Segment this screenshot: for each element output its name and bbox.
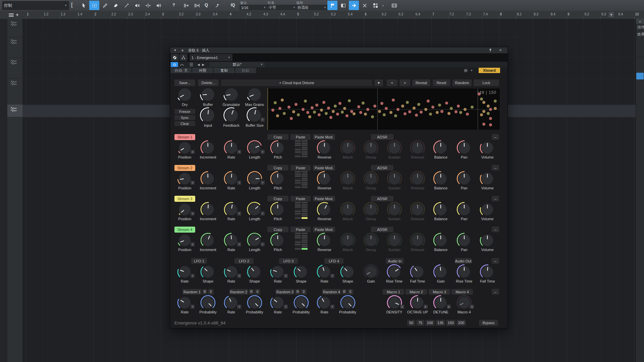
audio-out-button[interactable]: Audio Out <box>455 258 472 264</box>
knob-volume[interactable]: Volume <box>476 201 499 221</box>
preset-select[interactable]: 默认* ▼ <box>210 62 265 67</box>
track-header-5[interactable] <box>7 105 22 117</box>
macro-3-button[interactable]: Macro 3 <box>429 289 450 295</box>
scale-50-button[interactable]: 50 <box>407 320 415 326</box>
knob-badge-t[interactable]: T <box>261 150 265 154</box>
reveal-button[interactable]: Reveal <box>412 79 430 86</box>
bend-tool-button[interactable] <box>213 1 223 10</box>
panel-tab-arrange[interactable]: 排序 <box>636 24 644 31</box>
audio-in-button[interactable]: Audio In <box>386 258 404 264</box>
knob-granulator[interactable]: Granulator <box>220 85 243 107</box>
panel-selection-marker[interactable] <box>636 73 644 79</box>
knob-badge-e[interactable]: E <box>424 305 428 309</box>
knob-badge-0[interactable]: 0 <box>191 242 195 246</box>
knob-attack[interactable]: Attack <box>336 201 359 221</box>
gear-icon[interactable] <box>463 68 469 73</box>
knob-sustain[interactable]: Sustain <box>383 139 406 159</box>
next-preset-button[interactable]: > <box>399 79 410 86</box>
knob-shape[interactable]: Shape <box>336 263 359 283</box>
knob-input[interactable]: Input <box>196 106 219 127</box>
knob-length[interactable]: TLength <box>243 170 266 190</box>
knob-reverse[interactable]: Reverse <box>313 201 336 221</box>
knob-rate[interactable]: TRate <box>220 201 243 221</box>
split-tool-button[interactable] <box>143 1 153 10</box>
random-4-button[interactable]: Random 4 <box>322 289 341 295</box>
knob-volume[interactable]: Volume <box>476 139 499 159</box>
automation-curve-icon[interactable] <box>178 62 185 67</box>
ruler-add-button[interactable]: + <box>609 12 614 17</box>
control-dropdown[interactable]: 控制 ▼ <box>2 1 69 10</box>
bypass-button[interactable]: Bypass <box>479 320 498 326</box>
knob-rate[interactable]: TRate <box>220 263 243 283</box>
timeline-ruler[interactable]: + 11.21.31.422.22.32.433.23.33.444.24.34… <box>0 11 644 19</box>
knob-rate[interactable]: TRate <box>173 263 196 283</box>
knob-badge-e[interactable]: E <box>470 305 474 309</box>
knob-decay[interactable]: Decay <box>359 201 382 221</box>
knob-badge-t[interactable]: T <box>284 305 288 309</box>
knob-attack[interactable]: Attack <box>336 139 359 159</box>
knob-position[interactable]: 0Position <box>173 139 196 159</box>
knob-density[interactable]: EDENSITY <box>383 294 406 314</box>
close-icon[interactable]: × <box>497 48 504 53</box>
save-button[interactable]: Save... <box>174 79 195 86</box>
video-tool-button[interactable] <box>389 1 399 10</box>
paste-button[interactable]: Paste <box>290 165 311 171</box>
knob-pitch[interactable]: Pitch <box>266 170 289 190</box>
knob-detune[interactable]: EDETUNE <box>429 294 452 314</box>
track-inspector-tool-button[interactable] <box>338 1 348 10</box>
freeze-button[interactable]: Freeze <box>174 109 195 114</box>
knob-gain[interactable]: Gain <box>429 263 452 283</box>
automation-mode-button[interactable]: 自动: 关 <box>171 68 192 73</box>
random-2-button[interactable]: Random 2 <box>229 289 248 295</box>
knob-sustain[interactable]: Sustain <box>383 170 406 190</box>
knob-decay[interactable]: Decay <box>359 139 382 159</box>
reset-button[interactable]: Reset <box>433 79 450 86</box>
knob-length[interactable]: TLength <box>243 139 266 159</box>
knob-max-grains[interactable]: Max Grains <box>243 85 266 107</box>
paste-mod-button[interactable]: Paste Mod. <box>313 227 335 232</box>
knob-rate[interactable]: TRate <box>266 263 289 283</box>
favorite-button[interactable]: ♥ <box>374 79 383 86</box>
plugin-instance-select[interactable]: 1 - Emergence1 ▼ <box>190 54 232 61</box>
knob-balance[interactable]: Balance <box>429 170 452 190</box>
knob-release[interactable]: Release <box>406 232 429 252</box>
knob-badge-t[interactable]: T <box>237 212 241 216</box>
knob-probability[interactable]: Probability <box>336 294 359 314</box>
track-header-2[interactable] <box>7 37 22 58</box>
collapse-button[interactable]: – <box>492 196 499 201</box>
knob-pan[interactable]: Pan <box>452 201 476 221</box>
lfo-3-button[interactable]: LFO 3 <box>279 258 298 264</box>
copy-button[interactable]: Copy <box>267 165 288 171</box>
knob-release[interactable]: Release <box>406 139 429 159</box>
paste-preset-button[interactable]: 粘贴 <box>235 68 256 73</box>
collapse-button[interactable]: – <box>492 134 499 140</box>
next-preset-button[interactable]: ▶ <box>200 62 207 67</box>
macro-4-button[interactable]: Macro 4 <box>451 289 473 295</box>
knob-macro-4[interactable]: EMacro 4 <box>452 294 476 314</box>
plugin-window-titlebar[interactable]: ▼ + 音轨 5 · 插入 × <box>170 47 507 53</box>
scale-200-button[interactable]: 200 <box>457 320 466 326</box>
knob-badge-t[interactable]: T <box>261 181 265 185</box>
scroll-up-button[interactable]: ▲ <box>636 19 644 24</box>
knob-length[interactable]: TLength <box>243 232 266 252</box>
knob-badge-t[interactable]: T <box>237 181 241 185</box>
knob-rate[interactable]: TRate <box>313 263 336 283</box>
knob-pan[interactable]: Pan <box>452 170 476 190</box>
snap-select[interactable]: 自适应▼ <box>296 5 328 10</box>
random-2-r-button[interactable]: R <box>249 289 254 295</box>
lfo-2-button[interactable]: LFO 2 <box>234 258 254 264</box>
cursor-tool-button[interactable] <box>78 1 89 10</box>
knob-rise-time[interactable]: Rise Time <box>452 263 476 283</box>
track-header-4[interactable] <box>7 78 22 105</box>
random-1-r-button[interactable]: R <box>202 289 207 295</box>
knob-position[interactable]: 0Position <box>173 232 196 252</box>
paste-mod-button[interactable]: Paste Mod. <box>313 196 335 201</box>
knob-balance[interactable]: Balance <box>429 201 452 221</box>
scale-100-button[interactable]: 100 <box>425 320 435 326</box>
knob-buffer-size[interactable]: TBuffer Size <box>243 106 266 127</box>
copy-button[interactable]: Copy <box>267 134 288 140</box>
knob-volume[interactable]: Volume <box>476 170 499 190</box>
knob-pitch[interactable]: Pitch <box>266 232 289 252</box>
pitch-step-widget[interactable] <box>289 170 313 190</box>
bypass-circle-icon[interactable] <box>171 54 179 61</box>
